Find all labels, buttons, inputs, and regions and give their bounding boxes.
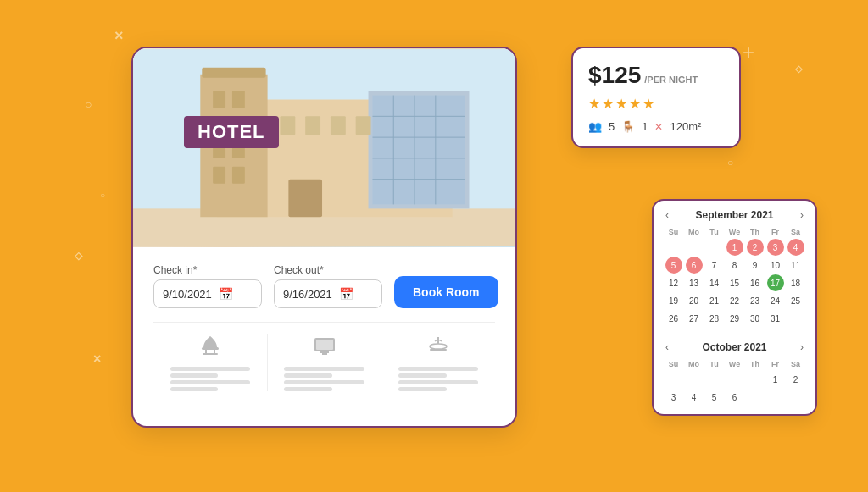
cal-day[interactable]: 20 [686, 292, 703, 309]
price-unit: /PER NIGHT [644, 75, 698, 85]
cal-day[interactable]: 19 [665, 292, 682, 309]
line [284, 387, 331, 391]
cal-day [706, 239, 723, 256]
cal-day[interactable]: 3 [767, 239, 784, 256]
svg-rect-33 [320, 351, 329, 353]
cal-day[interactable]: 7 [706, 257, 723, 274]
stars-row: ★ ★ ★ ★ ★ [588, 96, 724, 112]
svg-rect-11 [213, 167, 225, 184]
cal-day[interactable]: 5 [665, 257, 682, 274]
next-month-btn[interactable]: › [798, 209, 805, 221]
svg-rect-30 [203, 353, 218, 355]
svg-point-35 [430, 344, 447, 349]
cal-dow: Mo [684, 226, 704, 238]
cal-day [665, 239, 682, 256]
october-header: ‹ October 2021 › [664, 341, 805, 353]
star-5: ★ [643, 96, 654, 112]
deco-o1: ○ [85, 97, 92, 111]
cal-day[interactable]: 11 [787, 257, 804, 274]
october-grid: SuMoTuWeThFrSa123456 [664, 358, 805, 406]
line [170, 367, 250, 371]
cal-day [686, 239, 703, 256]
checkout-group: Check out* 9/16/2021 📅 [274, 264, 382, 308]
cal-day[interactable]: 24 [767, 292, 784, 309]
cal-dow: Sa [786, 226, 805, 238]
star-1: ★ [588, 96, 600, 112]
cal-day[interactable]: 3 [665, 389, 682, 406]
cal-day[interactable]: 27 [686, 310, 703, 327]
cal-day[interactable]: 8 [726, 257, 743, 274]
cal-day[interactable]: 5 [706, 389, 723, 406]
calendar-icon-checkout: 📅 [339, 287, 353, 301]
area-value: 120m² [670, 120, 701, 133]
prev-month-oct-btn[interactable]: ‹ [664, 341, 670, 353]
booking-section: Check in* 9/10/2021 📅 Check out* 9/16/20… [133, 247, 515, 405]
cal-day[interactable]: 30 [747, 310, 764, 327]
cal-day[interactable]: 31 [767, 310, 784, 327]
cal-day[interactable]: 9 [747, 257, 764, 274]
svg-rect-14 [305, 116, 320, 135]
cal-day[interactable]: 25 [787, 292, 804, 309]
checkout-input[interactable]: 9/16/2021 📅 [274, 279, 382, 308]
features-row: 👥 5 🪑 1 ✕ 120m² [588, 120, 724, 133]
svg-rect-32 [316, 340, 333, 350]
cal-day[interactable]: 4 [686, 389, 703, 406]
cal-day[interactable]: 12 [665, 274, 682, 291]
amenity-lines-3 [398, 367, 478, 391]
cal-day[interactable]: 23 [747, 292, 764, 309]
cal-day [747, 371, 764, 388]
line [170, 387, 218, 391]
deco-plus1: + [743, 41, 754, 64]
checkin-label: Check in* [153, 264, 262, 276]
cal-day[interactable]: 13 [686, 274, 703, 291]
cal-day[interactable]: 18 [787, 274, 804, 291]
hotel-label: HOTEL [184, 116, 279, 148]
cal-day[interactable]: 14 [706, 274, 723, 291]
cal-day[interactable]: 29 [726, 310, 743, 327]
cal-day[interactable]: 22 [726, 292, 743, 309]
cal-day[interactable]: 6 [726, 389, 743, 406]
prev-month-btn[interactable]: ‹ [664, 209, 670, 221]
people-count: 5 [609, 120, 615, 133]
cal-dow: Fr [765, 226, 785, 238]
cal-day[interactable]: 2 [787, 371, 804, 388]
cal-day[interactable]: 17 [767, 274, 784, 291]
svg-rect-17 [372, 96, 465, 205]
svg-rect-25 [288, 180, 322, 218]
next-month-oct-btn[interactable]: › [798, 341, 805, 353]
line [284, 367, 364, 371]
book-room-button[interactable]: Book Room [394, 276, 498, 308]
svg-rect-36 [430, 349, 447, 351]
svg-rect-6 [232, 91, 245, 108]
hotel-image: HOTEL [133, 48, 515, 247]
checkin-input[interactable]: 9/10/2021 📅 [153, 279, 262, 308]
cal-day[interactable]: 21 [706, 292, 723, 309]
cal-dow: Tu [704, 358, 724, 370]
deco-diamond2: ◇ [795, 64, 802, 75]
line [170, 373, 218, 378]
cal-day[interactable]: 15 [726, 274, 743, 291]
cal-day[interactable]: 4 [787, 239, 804, 256]
svg-rect-16 [356, 116, 371, 135]
cal-day [686, 371, 703, 388]
cal-dow: We [725, 358, 744, 370]
price-line: $125 /PER NIGHT [588, 62, 724, 89]
cal-day[interactable]: 28 [706, 310, 723, 327]
cal-dow: Tu [704, 226, 724, 238]
chair-count: 1 [642, 120, 648, 133]
cal-day[interactable]: 26 [665, 310, 682, 327]
svg-rect-29 [214, 350, 215, 353]
svg-rect-26 [202, 68, 265, 78]
deco-x2: × [93, 351, 101, 367]
cal-day[interactable]: 2 [747, 239, 764, 256]
line [398, 380, 478, 384]
price-card: $125 /PER NIGHT ★ ★ ★ ★ ★ 👥 5 🪑 1 ✕ 120m… [571, 47, 741, 148]
amenity-lines-1 [170, 367, 250, 391]
cal-day[interactable]: 1 [767, 371, 784, 388]
cal-day[interactable]: 1 [726, 239, 743, 256]
svg-rect-5 [213, 91, 225, 108]
cal-day[interactable]: 10 [767, 257, 784, 274]
dining-icon [426, 334, 450, 362]
cal-day[interactable]: 16 [747, 274, 764, 291]
cal-day[interactable]: 6 [686, 257, 703, 274]
